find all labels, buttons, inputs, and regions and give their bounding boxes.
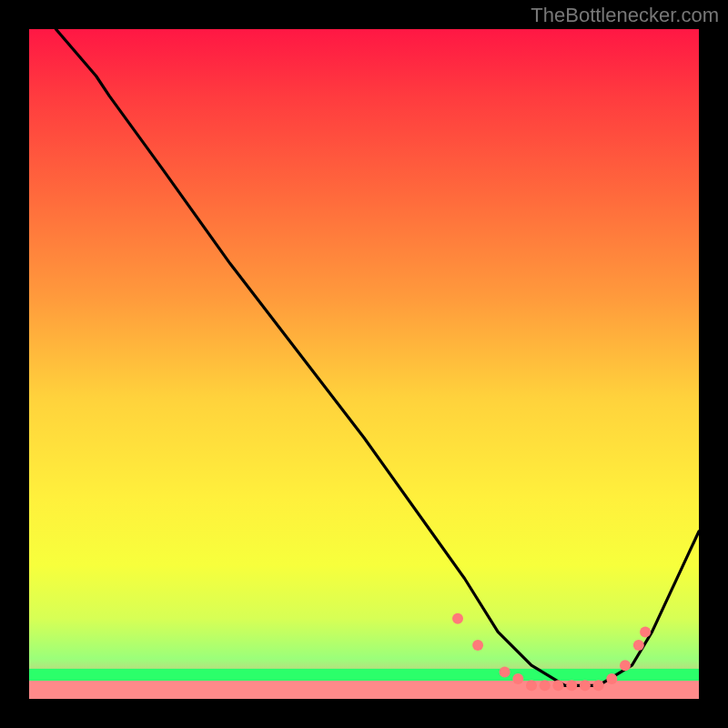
marker-dot [620, 660, 631, 671]
watermark-text: TheBottlenecker.com [531, 4, 719, 27]
marker-dot [472, 640, 483, 651]
marker-dot [640, 626, 651, 637]
svg-rect-0 [29, 29, 699, 699]
marker-dot [552, 680, 563, 691]
marker-dot [593, 680, 604, 691]
marker-dot [526, 680, 537, 691]
marker-dot [580, 680, 591, 691]
marker-dot [566, 680, 577, 691]
marker-dot [512, 673, 523, 684]
marker-dot [606, 673, 617, 684]
marker-dot [452, 613, 463, 624]
svg-rect-1 [29, 669, 699, 681]
plot-area [29, 29, 699, 699]
chart-svg [29, 29, 699, 699]
chart-container: TheBottlenecker.com [0, 0, 728, 728]
marker-dot [540, 680, 551, 691]
marker-dot [500, 667, 511, 678]
marker-dot [633, 640, 644, 651]
